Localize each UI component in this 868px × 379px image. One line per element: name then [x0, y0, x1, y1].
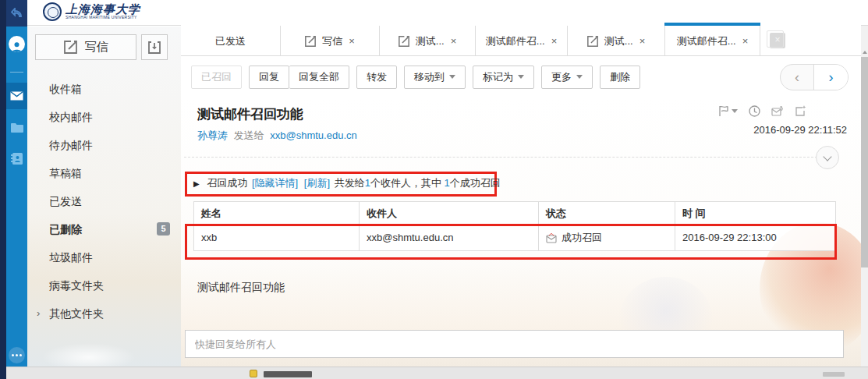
tab-close-icon[interactable]: ×	[742, 35, 749, 47]
receive-mail-button[interactable]	[141, 34, 168, 60]
compose-icon	[587, 36, 598, 47]
tab-close-icon[interactable]: ×	[451, 35, 457, 47]
success-count: 1	[445, 177, 450, 189]
tab-test-draft-2[interactable]: 测试... ×	[568, 26, 665, 56]
sidebar: 写信 收件箱 校内邮件 待办邮件 草稿箱 已发送 已删除 5 垃圾邮件 病毒文件…	[27, 27, 181, 367]
collapse-details-button[interactable]	[816, 146, 839, 169]
close-all-tabs-icon[interactable]: ×	[770, 33, 785, 48]
open-new-window-icon[interactable]	[795, 105, 806, 117]
university-logo: 上海海事大学 SHANGHAI MARITIME UNIVERSITY	[43, 2, 140, 21]
triangle-expand-icon[interactable]: ▶	[193, 179, 200, 188]
folder-icon	[11, 122, 23, 133]
rail-mail-button[interactable]	[6, 83, 27, 109]
quick-reply-input[interactable]	[185, 330, 844, 358]
recalled-button: 已召回	[191, 66, 242, 89]
recall-summary-text: 个收件人，其中	[370, 177, 445, 189]
mail-transfer-icon[interactable]	[771, 106, 784, 117]
compose-icon	[399, 36, 409, 47]
mail-pager: ‹ ›	[780, 64, 849, 90]
back-button[interactable]	[6, 0, 27, 27]
tab-test-draft[interactable]: 测试... ×	[380, 26, 476, 56]
mail-body-text: 测试邮件召回功能	[197, 281, 285, 295]
rail-contacts-button[interactable]	[6, 145, 27, 172]
person-icon	[11, 41, 23, 52]
tab-sent[interactable]: 已发送	[181, 26, 281, 56]
deleted-count-badge: 5	[157, 222, 170, 236]
tab-label: 测试...	[604, 34, 633, 48]
background-window-icon	[250, 370, 257, 377]
folder-todo-mail[interactable]: 待办邮件	[27, 131, 181, 159]
desktop-edge-strip	[0, 0, 6, 379]
more-button[interactable]: 更多	[541, 66, 593, 89]
tab-compose[interactable]: 写信 ×	[281, 26, 380, 56]
clock-icon[interactable]	[749, 105, 760, 117]
prev-mail-button[interactable]: ‹	[781, 65, 814, 90]
user-avatar[interactable]	[9, 36, 25, 52]
folder-label: 校内邮件	[49, 111, 93, 123]
cell-recipient: xxb@shmtu.edu.cn	[360, 225, 539, 250]
background-window-text	[823, 372, 845, 377]
contacts-icon	[11, 153, 23, 165]
hide-details-link[interactable]: [隐藏详情]	[252, 177, 298, 189]
receive-icon	[148, 41, 161, 54]
folder-sent[interactable]: 已发送	[27, 187, 181, 215]
rail-more-button[interactable]	[9, 347, 25, 363]
table-header-row: 姓名 收件人 状态 时 间	[194, 202, 835, 225]
chevron-down-icon	[823, 152, 831, 161]
tab-label: 写信	[322, 34, 342, 48]
folder-campus-mail[interactable]: 校内邮件	[27, 103, 181, 131]
tab-recall-mail-1[interactable]: 测试邮件召... ×	[476, 26, 568, 56]
folder-junk[interactable]: 垃圾邮件	[27, 243, 181, 271]
tab-recall-mail-active[interactable]: 测试邮件召... ×	[665, 26, 760, 56]
header-name: 姓名	[194, 202, 360, 225]
move-to-button[interactable]: 移动到	[404, 66, 466, 89]
cell-time: 2016-09-29 22:13:00	[675, 225, 835, 250]
logo-english-text: SHANGHAI MARITIME UNIVERSITY	[66, 15, 140, 19]
rail-folders-button[interactable]	[6, 114, 27, 140]
compose-label: 写信	[85, 40, 108, 55]
sender-link[interactable]: 孙尊涛	[197, 129, 228, 141]
chevron-down-icon	[576, 75, 583, 79]
mail-action-icons	[718, 105, 806, 117]
tab-close-icon[interactable]: ×	[639, 35, 646, 47]
recall-summary-text: 个成功召回	[450, 177, 501, 189]
refresh-link[interactable]: [刷新]	[304, 177, 330, 189]
mail-toolbar: 已召回 回复 回复全部 转发 移动到 标记为 更多 删除	[181, 56, 861, 97]
mark-as-button[interactable]: 标记为	[473, 66, 534, 89]
reply-button[interactable]: 回复	[249, 66, 289, 89]
webmail-app: 上海海事大学 SHANGHAI MARITIME UNIVERSITY 锁屏 退…	[0, 0, 868, 379]
main-area: 已发送 写信 × 测试... × 测试邮件召... × 测试... ×	[181, 0, 861, 367]
header-time: 时 间	[675, 202, 835, 225]
folder-label: 垃圾邮件	[49, 251, 93, 264]
scrollbar-thumb[interactable]	[861, 57, 868, 267]
vertical-scrollbar[interactable]	[861, 26, 868, 367]
folder-other[interactable]: › 其他文件夹	[27, 299, 181, 328]
undo-arrow-icon	[11, 8, 23, 19]
tab-close-icon[interactable]: ×	[349, 35, 355, 47]
table-row[interactable]: xxb xxb@shmtu.edu.cn 成功召回 2016-09-29 22:…	[194, 225, 835, 250]
next-mail-button[interactable]: ›	[814, 65, 848, 90]
logo-chinese-text: 上海海事大学	[66, 4, 140, 15]
delete-button[interactable]: 删除	[600, 66, 640, 89]
forward-button[interactable]: 转发	[356, 66, 397, 89]
flag-button[interactable]	[718, 105, 738, 117]
folder-label: 收件箱	[49, 83, 82, 95]
folder-drafts[interactable]: 草稿箱	[27, 159, 181, 187]
tab-close-icon[interactable]: ×	[551, 35, 558, 47]
folder-deleted[interactable]: 已删除 5	[27, 215, 181, 243]
scroll-up-arrow-icon[interactable]	[861, 48, 868, 57]
background-window-strip	[6, 367, 868, 379]
cell-status: 成功召回	[539, 225, 675, 250]
mail-meta: 孙尊涛 发送给 xxb@shmtu.edu.cn	[197, 129, 357, 143]
recall-summary-text: 共发给	[335, 177, 365, 189]
compose-button[interactable]: 写信	[35, 34, 136, 60]
folder-inbox[interactable]: 收件箱	[27, 75, 181, 103]
folder-list: 收件箱 校内邮件 待办邮件 草稿箱 已发送 已删除 5 垃圾邮件 病毒文件夹 ›…	[27, 75, 181, 328]
recipient-link[interactable]: xxb@shmtu.edu.cn	[270, 129, 356, 141]
folder-virus[interactable]: 病毒文件夹	[27, 271, 181, 299]
recall-result-table: 姓名 收件人 状态 时 间 xxb xxb@shmtu.edu.cn 成功召	[193, 201, 836, 251]
reply-all-button[interactable]: 回复全部	[289, 66, 349, 89]
background-window-text	[264, 371, 312, 377]
icon-rail	[6, 0, 27, 367]
rail-divider	[10, 72, 23, 73]
